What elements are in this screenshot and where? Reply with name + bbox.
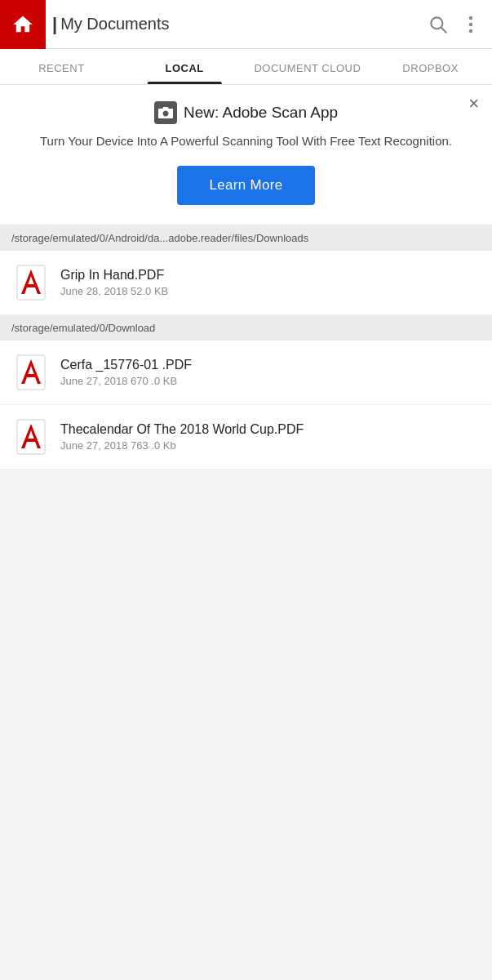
file-item[interactable]: Cerfa _15776-01 .PDF June 27, 2018 670 .… xyxy=(0,341,492,405)
svg-marker-10 xyxy=(26,374,36,377)
banner-headline: New: Adobe Scan App xyxy=(184,104,338,122)
file-info: Grip In Hand.PDF June 28, 2018 52.0 KB xyxy=(60,268,479,297)
home-icon xyxy=(11,13,34,36)
app-header: | My Documents xyxy=(0,0,492,49)
file-item[interactable]: Thecalendar Of The 2018 World Cup.PDF Ju… xyxy=(0,405,492,470)
pdf-file-icon xyxy=(13,416,49,457)
file-meta: June 27, 2018 670 .0 KB xyxy=(60,375,479,387)
svg-line-1 xyxy=(441,27,446,32)
svg-marker-7 xyxy=(26,284,36,287)
more-options-button[interactable] xyxy=(456,7,485,42)
promo-banner: × New: Adobe Scan App Turn Your Device I… xyxy=(0,85,492,225)
path-bar-2: /storage/emulated/0/Download xyxy=(0,315,492,341)
empty-content-area xyxy=(0,470,492,796)
file-name: Cerfa _15776-01 .PDF xyxy=(60,358,479,372)
svg-point-2 xyxy=(469,16,472,19)
app-logo: | xyxy=(52,14,57,35)
tab-dropbox[interactable]: DROPBOX xyxy=(369,49,492,84)
search-icon xyxy=(428,14,449,35)
learn-more-button[interactable]: Learn More xyxy=(177,166,316,205)
svg-point-4 xyxy=(469,29,472,32)
svg-marker-13 xyxy=(26,439,36,442)
home-button[interactable] xyxy=(0,0,46,49)
file-name: Grip In Hand.PDF xyxy=(60,268,479,283)
more-vertical-icon xyxy=(468,15,473,34)
file-info: Cerfa _15776-01 .PDF June 27, 2018 670 .… xyxy=(60,358,479,387)
tab-document-cloud[interactable]: DOCUMENT CLOUD xyxy=(246,49,370,84)
page-title: My Documents xyxy=(60,15,420,33)
file-meta: June 28, 2018 52.0 KB xyxy=(60,285,479,297)
pdf-file-icon xyxy=(13,262,49,303)
file-list-group-1: Grip In Hand.PDF June 28, 2018 52.0 KB xyxy=(0,251,492,315)
search-button[interactable] xyxy=(420,7,456,42)
file-item[interactable]: Grip In Hand.PDF June 28, 2018 52.0 KB xyxy=(0,251,492,315)
camera-icon xyxy=(154,101,177,124)
tab-recent[interactable]: RECENT xyxy=(0,49,123,84)
file-info: Thecalendar Of The 2018 World Cup.PDF Ju… xyxy=(60,422,479,452)
file-name: Thecalendar Of The 2018 World Cup.PDF xyxy=(60,422,479,437)
tab-local[interactable]: LOCAL xyxy=(123,49,246,84)
banner-icon-row: New: Adobe Scan App xyxy=(20,101,472,124)
pdf-file-icon xyxy=(13,352,49,393)
tab-bar: RECENT LOCAL DOCUMENT CLOUD DROPBOX xyxy=(0,49,492,85)
path-bar-1: /storage/emulated/0/Android/da...adobe.r… xyxy=(0,225,492,251)
svg-point-3 xyxy=(469,22,472,25)
banner-subtext: Turn Your Device Into A Powerful Scannin… xyxy=(20,132,472,151)
file-meta: June 27, 2018 763 .0 Kb xyxy=(60,439,479,452)
banner-close-button[interactable]: × xyxy=(468,95,479,113)
file-list-group-2: Cerfa _15776-01 .PDF June 27, 2018 670 .… xyxy=(0,341,492,470)
